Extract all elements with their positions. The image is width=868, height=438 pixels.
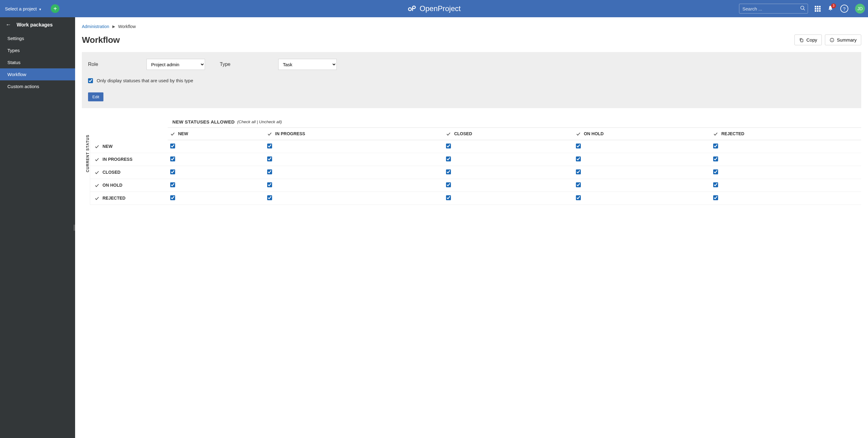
add-button[interactable]: + <box>51 4 59 13</box>
transition-cell <box>168 140 265 153</box>
transition-checkbox[interactable] <box>576 195 581 200</box>
table-row: IN PROGRESS <box>90 153 862 166</box>
back-arrow-icon[interactable]: ← <box>5 22 11 28</box>
row-status-label: IN PROGRESS <box>102 157 132 162</box>
row-status-cell[interactable]: IN PROGRESS <box>90 153 168 166</box>
apps-grid-icon[interactable] <box>815 6 820 12</box>
transition-cell <box>265 140 443 153</box>
column-header[interactable]: ON HOLD <box>574 128 711 140</box>
row-status-label: NEW <box>102 144 113 149</box>
info-icon <box>830 37 834 42</box>
check-icon <box>446 132 451 137</box>
column-label: ON HOLD <box>584 131 604 136</box>
transition-checkbox[interactable] <box>576 156 581 162</box>
table-row: REJECTED <box>90 192 862 205</box>
type-select[interactable]: Task <box>278 59 337 70</box>
check-icon <box>170 132 175 137</box>
transition-checkbox[interactable] <box>170 195 175 200</box>
transition-checkbox[interactable] <box>170 182 175 187</box>
transition-checkbox[interactable] <box>576 182 581 187</box>
row-status-cell[interactable]: CLOSED <box>90 166 168 179</box>
plus-icon: + <box>53 5 57 12</box>
sidebar-item-status[interactable]: Status <box>0 56 75 68</box>
uncheck-all-link[interactable]: Uncheck all <box>259 119 280 124</box>
notification-badge: 3 <box>831 3 836 8</box>
transition-checkbox[interactable] <box>576 144 581 148</box>
transition-checkbox[interactable] <box>446 144 451 148</box>
column-header[interactable]: IN PROGRESS <box>265 128 443 140</box>
transition-checkbox[interactable] <box>713 195 718 200</box>
table-row: ON HOLD <box>90 179 862 192</box>
avatar[interactable]: JD <box>855 4 865 13</box>
transition-checkbox[interactable] <box>446 156 451 162</box>
row-status-cell[interactable]: REJECTED <box>90 192 168 205</box>
transition-checkbox[interactable] <box>713 182 718 187</box>
column-header[interactable]: NEW <box>168 128 265 140</box>
transition-checkbox[interactable] <box>713 169 718 174</box>
row-status-cell[interactable]: NEW <box>90 140 168 153</box>
sidebar-item-types[interactable]: Types <box>0 45 75 56</box>
transition-checkbox[interactable] <box>713 144 718 148</box>
role-label: Role <box>88 62 147 67</box>
transition-checkbox[interactable] <box>170 156 175 162</box>
transition-checkbox[interactable] <box>267 156 272 162</box>
new-statuses-header: NEW STATUSES ALLOWED (Check all | Unchec… <box>90 117 861 127</box>
search-wrap <box>739 4 808 13</box>
column-header[interactable]: REJECTED <box>711 128 861 140</box>
row-status-cell[interactable]: ON HOLD <box>90 179 168 192</box>
transition-cell <box>574 153 711 166</box>
transition-cell <box>574 140 711 153</box>
row-status-label: REJECTED <box>102 196 126 201</box>
transition-cell <box>574 192 711 205</box>
transition-checkbox[interactable] <box>170 144 175 148</box>
caret-down-icon <box>38 6 41 11</box>
transition-cell <box>443 166 573 179</box>
sidebar-item-custom-actions[interactable]: Custom actions <box>0 80 75 92</box>
project-selector[interactable]: Select a project <box>5 6 41 11</box>
transition-cell <box>168 166 265 179</box>
transition-checkbox[interactable] <box>576 169 581 174</box>
role-select[interactable]: Project admin <box>147 59 205 70</box>
transition-cell <box>168 153 265 166</box>
transition-checkbox[interactable] <box>267 169 272 174</box>
notifications-button[interactable]: 3 <box>827 5 834 12</box>
sidebar-resize-handle[interactable]: ║ <box>73 225 76 230</box>
transition-cell <box>574 179 711 192</box>
breadcrumb-current: Workflow <box>118 24 136 29</box>
transition-checkbox[interactable] <box>713 156 718 162</box>
column-header[interactable]: CLOSED <box>443 128 573 140</box>
transition-checkbox[interactable] <box>267 182 272 187</box>
breadcrumb-root[interactable]: Administration <box>82 24 109 29</box>
transition-cell <box>265 192 443 205</box>
search-input[interactable] <box>739 4 808 13</box>
logo[interactable]: OpenProject <box>407 4 461 13</box>
transition-checkbox[interactable] <box>170 169 175 174</box>
only-used-checkbox[interactable] <box>88 78 93 83</box>
row-status-label: CLOSED <box>102 170 120 175</box>
project-selector-label: Select a project <box>5 6 37 11</box>
chevron-right-icon: ▶ <box>112 24 115 29</box>
column-label: IN PROGRESS <box>275 131 305 136</box>
transition-checkbox[interactable] <box>446 182 451 187</box>
transition-checkbox[interactable] <box>267 144 272 148</box>
transition-checkbox[interactable] <box>446 195 451 200</box>
table-row: NEW <box>90 140 862 153</box>
transition-cell <box>265 166 443 179</box>
transition-checkbox[interactable] <box>267 195 272 200</box>
edit-button[interactable]: Edit <box>88 92 103 101</box>
status-table: NEW STATUSES ALLOWED (Check all | Unchec… <box>90 117 861 205</box>
transition-cell <box>265 179 443 192</box>
help-button[interactable]: ? <box>840 5 848 12</box>
breadcrumb: Administration ▶ Workflow <box>82 24 861 29</box>
transition-cell <box>574 166 711 179</box>
check-icon <box>267 132 272 137</box>
transition-checkbox[interactable] <box>446 169 451 174</box>
summary-button[interactable]: Summary <box>825 34 861 45</box>
sidebar-item-settings[interactable]: Settings <box>0 32 75 45</box>
workflow-table: NEWIN PROGRESSCLOSEDON HOLDREJECTED NEWI… <box>90 127 861 205</box>
copy-button[interactable]: Copy <box>795 34 822 45</box>
sidebar-header: ← Work packages <box>0 17 75 32</box>
check-all-link[interactable]: Check all <box>239 119 256 124</box>
sidebar-item-workflow[interactable]: Workflow <box>0 68 75 80</box>
search-button[interactable] <box>800 5 806 12</box>
